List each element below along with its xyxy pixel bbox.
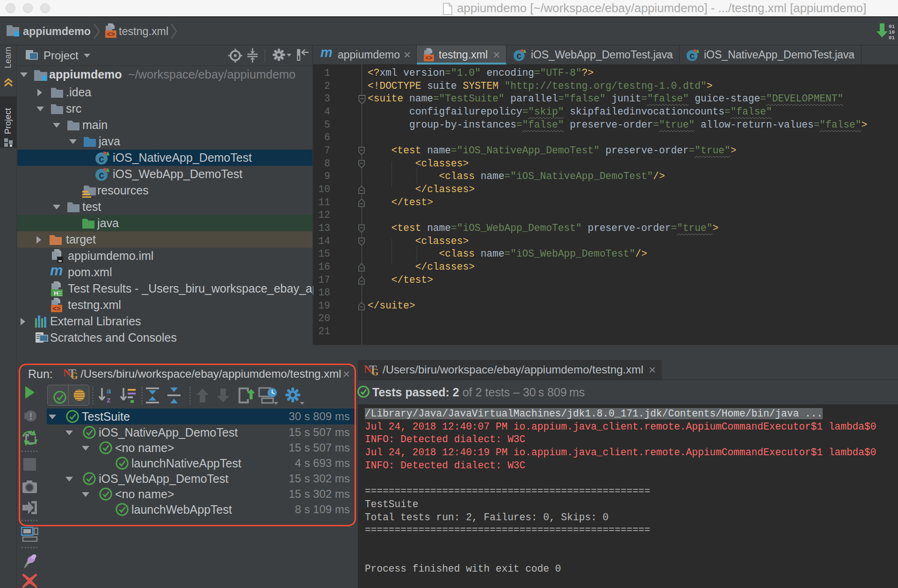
svg-text:C: C xyxy=(517,52,521,61)
svg-text:G: G xyxy=(371,367,379,377)
svg-text:<>: <> xyxy=(425,55,432,62)
svg-text:01: 01 xyxy=(889,24,895,29)
svg-text:10: 10 xyxy=(889,29,895,35)
svg-text:<>: <> xyxy=(107,31,115,38)
svg-text:01: 01 xyxy=(889,35,895,40)
svg-text:C: C xyxy=(99,171,104,181)
svg-text:H: H xyxy=(54,290,58,296)
svg-text:<>: <> xyxy=(53,305,61,313)
svg-text:C: C xyxy=(99,155,104,165)
svg-text:C: C xyxy=(690,52,695,61)
